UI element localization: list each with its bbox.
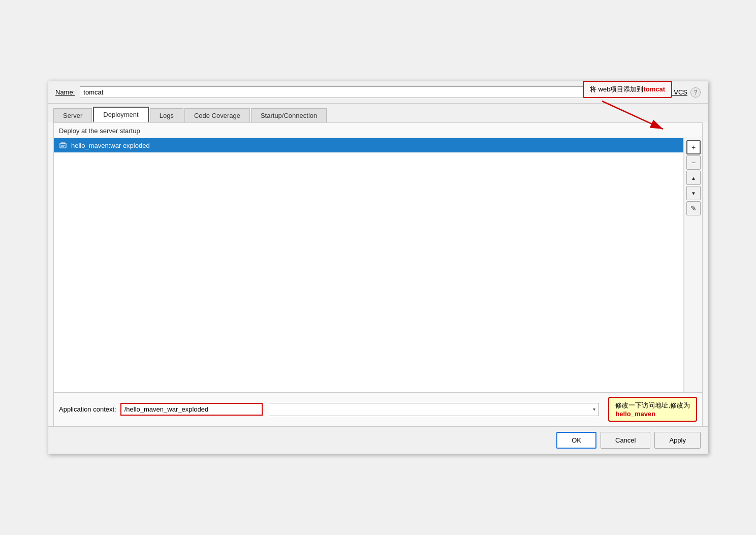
app-context-dropdown[interactable]: ▾	[269, 403, 600, 416]
move-down-button[interactable]: ▼	[686, 186, 701, 200]
tabs-bar: Server Deployment Logs Code Coverage Sta…	[48, 104, 708, 122]
tab-server[interactable]: Server	[53, 108, 92, 122]
deploy-list-area: hello_maven:war exploded + − ▲ ▼ ✎	[54, 138, 702, 392]
artifact-icon	[59, 141, 67, 149]
ok-button[interactable]: OK	[556, 432, 596, 449]
apply-button[interactable]: Apply	[654, 432, 701, 449]
deploy-item-label: hello_maven:war exploded	[71, 142, 150, 149]
app-context-input-wrapper	[120, 403, 263, 416]
cancel-button[interactable]: Cancel	[601, 432, 650, 449]
tab-deployment[interactable]: Deployment	[93, 107, 148, 122]
side-buttons: + − ▲ ▼ ✎	[684, 138, 702, 392]
run-configuration-dialog: Name: Share through VCS ? Server Deploym…	[48, 81, 708, 454]
tab-logs[interactable]: Logs	[150, 108, 183, 122]
annotation-bottom-line1: 修改一下访问地址,修改为	[615, 401, 690, 410]
app-context-input[interactable]	[121, 404, 262, 415]
annotation-box-top: 将 web项目添加到tomcat	[583, 81, 672, 98]
remove-button[interactable]: −	[686, 155, 701, 170]
tab-startup-connection[interactable]: Startup/Connection	[251, 108, 327, 122]
name-input[interactable]	[80, 86, 615, 98]
tab-code-coverage[interactable]: Code Coverage	[184, 108, 250, 122]
tabs-wrapper: Server Deployment Logs Code Coverage Sta…	[48, 104, 708, 122]
edit-button[interactable]: ✎	[686, 201, 701, 215]
annotation-bottom-line2: hello_maven	[615, 410, 655, 418]
dropdown-arrow-icon: ▾	[593, 406, 595, 412]
annotation-box-bottom: 修改一下访问地址,修改为 hello_maven	[608, 397, 697, 422]
deploy-section-label: Deploy at the server startup	[54, 123, 702, 138]
deploy-list: hello_maven:war exploded	[54, 138, 684, 392]
add-button[interactable]: +	[686, 140, 701, 154]
dialog-footer: OK Cancel Apply	[48, 426, 708, 454]
dialog-body: Deploy at the server startup hello_maven…	[53, 122, 703, 426]
app-context-label: Application context:	[59, 405, 116, 413]
app-context-row: Application context: ▾ 修改一下访问地址,修改为 hell…	[54, 392, 702, 426]
move-up-button[interactable]: ▲	[686, 171, 701, 185]
name-label: Name:	[55, 88, 75, 96]
deploy-item[interactable]: hello_maven:war exploded	[54, 138, 683, 152]
help-button[interactable]: ?	[690, 87, 701, 98]
